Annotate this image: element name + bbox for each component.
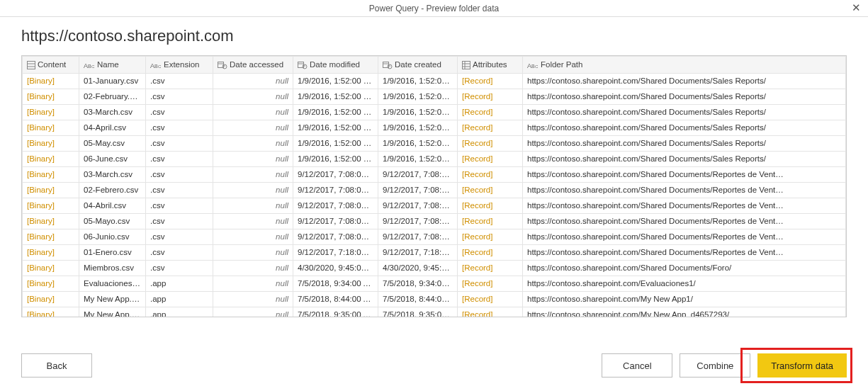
cell: 9/12/2017, 7:18:00 A… bbox=[378, 245, 458, 261]
table-row[interactable]: [Binary]04-April.csv.csvnull1/9/2016, 1:… bbox=[23, 120, 846, 136]
cancel-button[interactable]: Cancel bbox=[602, 353, 672, 378]
cell: 05-May.csv bbox=[79, 136, 146, 152]
cell: .csv bbox=[146, 120, 213, 136]
table-row[interactable]: [Binary]03-March.csv.csvnull1/9/2016, 1:… bbox=[23, 105, 846, 120]
cell: [Record] bbox=[458, 198, 523, 214]
col-header-content[interactable]: Content bbox=[23, 57, 79, 74]
table-row[interactable]: [Binary]02-Febrero.csv.csvnull9/12/2017,… bbox=[23, 183, 846, 198]
table-row[interactable]: [Binary]01-Enero.csv.csvnull9/12/2017, 7… bbox=[23, 245, 846, 261]
cell: 04-April.csv bbox=[79, 120, 146, 136]
data-preview-table: Content ABC Name ABC Extension bbox=[21, 55, 847, 317]
cell: 05-Mayo.csv bbox=[79, 214, 146, 229]
combine-button[interactable]: Combine bbox=[680, 353, 750, 378]
table-row[interactable]: [Binary]02-February.csv.csvnull1/9/2016,… bbox=[23, 89, 846, 105]
cell: https://contoso.sharepoint.com/Shared Do… bbox=[523, 198, 846, 214]
back-button[interactable]: Back bbox=[21, 353, 92, 378]
page-title: https://contoso.sharepoint.com bbox=[21, 27, 847, 45]
col-header-extension[interactable]: ABC Extension bbox=[146, 57, 213, 74]
cell: null bbox=[213, 245, 293, 261]
cell: 7/5/2018, 9:34:00 AM bbox=[378, 276, 458, 292]
cell: https://contoso.sharepoint.com/Shared Do… bbox=[523, 245, 846, 261]
cell: [Record] bbox=[458, 105, 523, 120]
cell: .csv bbox=[146, 105, 213, 120]
cell: 9/12/2017, 7:08:00 A… bbox=[378, 229, 458, 245]
cell: [Record] bbox=[458, 136, 523, 152]
cell: 04-Abril.csv bbox=[79, 198, 146, 214]
table-row[interactable]: [Binary]01-January.csv.csvnull1/9/2016, … bbox=[23, 74, 846, 89]
cell: 9/12/2017, 7:08:00 A… bbox=[378, 198, 458, 214]
col-header-date-accessed[interactable]: Date accessed bbox=[213, 57, 293, 74]
table-row[interactable]: [Binary]My New App.app.appnull7/5/2018, … bbox=[23, 307, 846, 318]
cell: 1/9/2016, 1:52:00 PM bbox=[293, 136, 378, 152]
table-row[interactable]: [Binary]05-May.csv.csvnull1/9/2016, 1:52… bbox=[23, 136, 846, 152]
close-icon[interactable]: ✕ bbox=[849, 1, 864, 14]
cell: https://contoso.sharepoint.com/My New Ap… bbox=[523, 292, 846, 307]
cell: https://contoso.sharepoint.com/Shared Do… bbox=[523, 261, 846, 276]
col-header-folder-path[interactable]: ABC Folder Path bbox=[523, 57, 846, 74]
cell: 03-March.csv bbox=[79, 105, 146, 120]
cell: My New App.app bbox=[79, 307, 146, 318]
cell: https://contoso.sharepoint.com/Shared Do… bbox=[523, 214, 846, 229]
cell: 1/9/2016, 1:52:00 PM bbox=[378, 74, 458, 89]
table-row[interactable]: [Binary]My New App.app.appnull7/5/2018, … bbox=[23, 292, 846, 307]
cell: [Binary] bbox=[23, 89, 79, 105]
dialog-footer: Back Cancel Combine Transform data bbox=[0, 353, 868, 378]
text-type-icon: ABC bbox=[84, 61, 95, 69]
cell: [Binary] bbox=[23, 229, 79, 245]
cell: 1/9/2016, 1:52:00 PM bbox=[293, 152, 378, 167]
cell: https://contoso.sharepoint.com/Shared Do… bbox=[523, 229, 846, 245]
cell: .csv bbox=[146, 74, 213, 89]
cell: 1/9/2016, 1:52:00 PM bbox=[378, 120, 458, 136]
cell: 9/12/2017, 7:08:00 AM bbox=[293, 198, 378, 214]
col-header-date-created[interactable]: Date created bbox=[378, 57, 458, 74]
record-type-icon bbox=[462, 61, 470, 69]
cell: 1/9/2016, 1:52:00 PM bbox=[378, 105, 458, 120]
cell: null bbox=[213, 229, 293, 245]
cell: 1/9/2016, 1:52:00 PM bbox=[378, 152, 458, 167]
cell: 06-June.csv bbox=[79, 152, 146, 167]
cell: https://contoso.sharepoint.com/Shared Do… bbox=[523, 89, 846, 105]
cell: 9/12/2017, 7:08:00 A… bbox=[378, 167, 458, 183]
cell: null bbox=[213, 307, 293, 318]
col-header-name[interactable]: ABC Name bbox=[79, 57, 146, 74]
cell: Evaluaciones.app bbox=[79, 276, 146, 292]
cell: [Binary] bbox=[23, 307, 79, 318]
svg-text:C: C bbox=[158, 64, 162, 69]
cell: 7/5/2018, 8:44:00 AM bbox=[378, 292, 458, 307]
cell: .csv bbox=[146, 229, 213, 245]
table-row[interactable]: [Binary]04-Abril.csv.csvnull9/12/2017, 7… bbox=[23, 198, 846, 214]
cell: 9/12/2017, 7:08:00 AM bbox=[293, 167, 378, 183]
col-header-date-modified[interactable]: Date modified bbox=[293, 57, 378, 74]
table-row[interactable]: [Binary]06-June.csv.csvnull1/9/2016, 1:5… bbox=[23, 152, 846, 167]
cell: null bbox=[213, 167, 293, 183]
cell: 7/5/2018, 9:35:00 AM bbox=[293, 307, 378, 318]
cell: 1/9/2016, 1:52:00 PM bbox=[293, 89, 378, 105]
cell: 7/5/2018, 9:35:00 AM bbox=[378, 307, 458, 318]
cell: null bbox=[213, 198, 293, 214]
cell: https://contoso.sharepoint.com/Shared Do… bbox=[523, 167, 846, 183]
cell: https://contoso.sharepoint.com/Shared Do… bbox=[523, 74, 846, 89]
table-row[interactable]: [Binary]Miembros.csv.csvnull4/30/2020, 9… bbox=[23, 261, 846, 276]
cell: [Record] bbox=[458, 292, 523, 307]
table-row[interactable]: [Binary]Evaluaciones.app.appnull7/5/2018… bbox=[23, 276, 846, 292]
cell: 1/9/2016, 1:52:00 PM bbox=[378, 136, 458, 152]
transform-data-button[interactable]: Transform data bbox=[757, 353, 847, 378]
cell: 9/12/2017, 7:08:00 AM bbox=[293, 229, 378, 245]
cell: [Record] bbox=[458, 276, 523, 292]
cell: https://contoso.sharepoint.com/Shared Do… bbox=[523, 136, 846, 152]
cell: .csv bbox=[146, 183, 213, 198]
cell: .csv bbox=[146, 152, 213, 167]
cell: .csv bbox=[146, 167, 213, 183]
table-row[interactable]: [Binary]03-March.csv.csvnull9/12/2017, 7… bbox=[23, 167, 846, 183]
cell: [Binary] bbox=[23, 214, 79, 229]
cell: null bbox=[213, 74, 293, 89]
cell: 9/12/2017, 7:08:00 AM bbox=[293, 214, 378, 229]
cell: .csv bbox=[146, 214, 213, 229]
table-row[interactable]: [Binary]06-Junio.csv.csvnull9/12/2017, 7… bbox=[23, 229, 846, 245]
cell: 9/12/2017, 7:08:00 AM bbox=[293, 183, 378, 198]
table-icon bbox=[27, 61, 35, 69]
col-header-attributes[interactable]: Attributes bbox=[458, 57, 523, 74]
cell: .app bbox=[146, 276, 213, 292]
table-row[interactable]: [Binary]05-Mayo.csv.csvnull9/12/2017, 7:… bbox=[23, 214, 846, 229]
cell: 1/9/2016, 1:52:00 PM bbox=[378, 89, 458, 105]
